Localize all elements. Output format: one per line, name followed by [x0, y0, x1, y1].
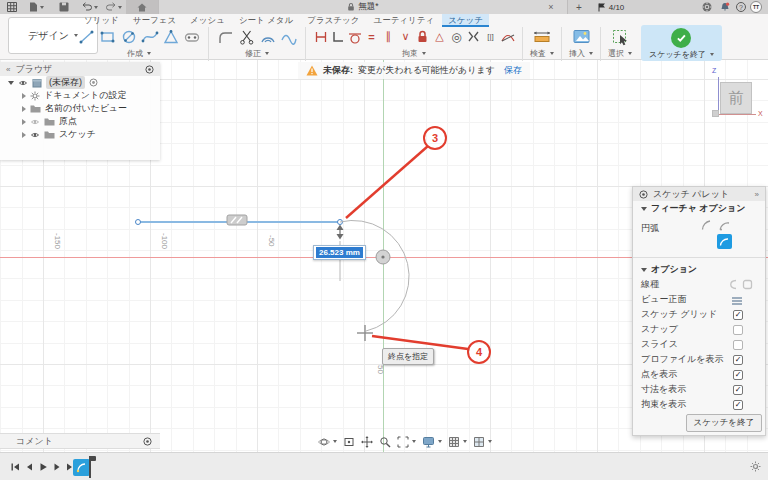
fit-button[interactable] — [397, 436, 416, 448]
palette-header[interactable]: スケッチ パレット » — [633, 187, 765, 201]
redo-icon[interactable] — [104, 0, 124, 14]
create-dropdown[interactable]: 作成 — [127, 48, 151, 59]
user-avatar[interactable]: TT — [750, 1, 762, 13]
help-icon[interactable]: ? — [734, 0, 748, 14]
arc-3point-icon[interactable] — [700, 218, 715, 232]
arc-center-icon[interactable] — [717, 218, 732, 232]
save-icon[interactable] — [56, 0, 72, 14]
slice-checkbox[interactable] — [733, 340, 743, 350]
save-link[interactable]: 保存 — [504, 64, 522, 77]
equal-constraint-icon[interactable]: = — [363, 26, 380, 48]
finish-sketch-button[interactable]: スケッチを終了 — [686, 414, 763, 432]
timeline-marker-flag[interactable] — [89, 456, 96, 461]
display-settings-icon[interactable] — [145, 65, 154, 74]
undo-icon[interactable] — [80, 0, 100, 14]
comments-options-icon[interactable] — [143, 437, 152, 446]
fix-constraint-icon[interactable] — [414, 26, 431, 48]
feature-options-section[interactable]: フィーチャ オプション — [633, 201, 765, 216]
show-constraints-checkbox[interactable]: ✓ — [733, 400, 743, 410]
rect-linetype-icon[interactable] — [742, 279, 753, 290]
arc-type-selected-button[interactable] — [717, 234, 732, 249]
fillet-tool-icon[interactable] — [215, 26, 236, 48]
concentric-constraint-icon[interactable]: ◎ — [448, 26, 465, 48]
viewcube-front-face[interactable]: 前 — [720, 82, 752, 114]
browser-item-named-views[interactable]: 名前の付いたビュー — [0, 102, 160, 115]
collapse-caret-icon[interactable] — [22, 106, 26, 112]
home-tab[interactable] — [126, 0, 158, 14]
orbit-button[interactable] — [318, 436, 337, 448]
horizontal-vertical-constraint-icon[interactable] — [329, 26, 346, 48]
spline-tool-icon[interactable] — [139, 26, 160, 48]
snap-checkbox[interactable] — [733, 325, 743, 335]
sketch-dimension-icon[interactable] — [312, 26, 329, 48]
select-dropdown[interactable]: 選択 — [608, 48, 632, 59]
browser-root-row[interactable]: (未保存) — [0, 76, 160, 89]
root-document-label[interactable]: (未保存) — [46, 76, 85, 89]
modify-dropdown[interactable]: 修正 — [245, 48, 269, 59]
select-tool-icon[interactable] — [607, 26, 633, 48]
timeline-skip-start-button[interactable] — [8, 461, 21, 473]
inspect-dropdown[interactable]: 検査 — [530, 48, 554, 59]
visibility-eye-icon[interactable] — [18, 79, 28, 87]
data-panel-toggle-icon[interactable] — [4, 0, 20, 14]
measure-tool-icon[interactable] — [529, 26, 555, 48]
polygon-tool-icon[interactable] — [160, 26, 181, 48]
pan-button[interactable] — [361, 436, 373, 448]
close-tab-icon[interactable]: × — [544, 0, 558, 14]
midpoint-constraint-icon[interactable]: [|] — [482, 26, 499, 48]
insert-dropdown[interactable]: 挿入 — [569, 48, 593, 59]
rectangle-tool-icon[interactable] — [97, 26, 118, 48]
collapse-panel-icon[interactable]: » — [755, 190, 759, 199]
browser-item-document-settings[interactable]: ドキュメントの設定 — [0, 89, 160, 102]
notifications-bell-icon[interactable] — [718, 0, 732, 14]
job-status-icon[interactable] — [700, 0, 714, 14]
display-settings-button[interactable] — [422, 436, 442, 448]
finish-sketch-group[interactable]: スケッチを終了 — [641, 25, 722, 61]
show-dimensions-checkbox[interactable]: ✓ — [733, 385, 743, 395]
slot-tool-icon[interactable] — [181, 26, 202, 48]
show-points-checkbox[interactable]: ✓ — [733, 370, 743, 380]
constraints-dropdown[interactable]: 拘束 — [402, 48, 426, 59]
viewcube-corner[interactable] — [712, 110, 719, 117]
timeline-sketch-feature[interactable] — [73, 459, 90, 476]
collapse-caret-icon[interactable] — [22, 132, 26, 138]
usage-badge[interactable]: 4/10 — [594, 0, 628, 14]
offset-tool-icon[interactable] — [257, 26, 278, 48]
viewports-button[interactable] — [473, 436, 492, 448]
tangent-constraint-icon[interactable] — [346, 26, 363, 48]
line-tool-icon[interactable] — [76, 26, 97, 48]
timeline-play-button[interactable] — [36, 461, 49, 473]
palette-menu-icon[interactable] — [639, 190, 648, 199]
comments-bar[interactable]: コメント — [0, 433, 160, 449]
symmetry-constraint-icon[interactable] — [465, 26, 482, 48]
document-tab[interactable]: 無題* — [158, 0, 568, 14]
scale-tool-icon[interactable] — [278, 26, 299, 48]
polygon-constraint-icon[interactable]: △ — [431, 26, 448, 48]
timeline-settings-gear-icon[interactable] — [750, 461, 761, 472]
visibility-eye-icon[interactable] — [30, 118, 40, 126]
expand-caret-icon[interactable] — [8, 81, 14, 85]
file-menu-icon[interactable] — [26, 0, 46, 14]
look-at-plane-icon[interactable] — [731, 295, 743, 305]
circle-tool-icon[interactable] — [118, 26, 139, 48]
show-profile-checkbox[interactable]: ✓ — [733, 355, 743, 365]
new-tab-icon[interactable]: + — [572, 0, 586, 14]
look-at-button[interactable] — [343, 436, 355, 448]
collapse-panel-icon[interactable]: « — [6, 65, 10, 74]
browser-item-origin[interactable]: 原点 — [0, 115, 160, 128]
zoom-button[interactable] — [379, 436, 391, 448]
trim-tool-icon[interactable] — [236, 26, 257, 48]
finish-sketch-check-icon[interactable] — [671, 28, 691, 48]
spline-linetype-icon[interactable] — [726, 279, 738, 290]
activate-radio-icon[interactable] — [89, 78, 98, 87]
browser-item-sketches[interactable]: スケッチ — [0, 128, 160, 141]
grid-snaps-button[interactable] — [448, 436, 467, 448]
timeline-step-back-button[interactable] — [22, 461, 35, 473]
visibility-eye-icon[interactable] — [30, 131, 40, 139]
curvature-constraint-icon[interactable] — [499, 26, 516, 48]
sketch-grid-checkbox[interactable]: ✓ — [733, 310, 743, 320]
collapse-caret-icon[interactable] — [22, 119, 26, 125]
collapse-caret-icon[interactable] — [22, 93, 26, 99]
insert-image-icon[interactable] — [568, 26, 594, 48]
timeline-step-forward-button[interactable] — [50, 461, 63, 473]
